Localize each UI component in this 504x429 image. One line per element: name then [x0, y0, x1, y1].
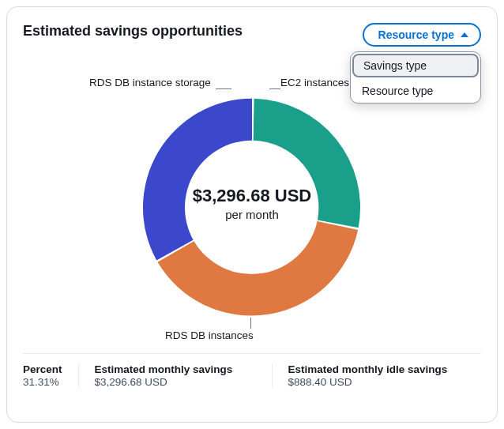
stat-percent-label: Percent — [23, 363, 62, 375]
savings-card: Estimated savings opportunities Resource… — [6, 6, 498, 423]
donut-center: $3,296.68 USD per month — [193, 186, 311, 221]
leader-rds-instances-v — [250, 318, 251, 329]
stat-savings-label: Estimated monthly savings — [95, 363, 256, 375]
resource-type-dropdown-button[interactable]: Resource type — [363, 23, 481, 47]
center-sub: per month — [193, 208, 311, 221]
stat-percent-value: 31.31% — [23, 376, 62, 388]
caret-up-icon — [461, 32, 468, 37]
leader-rds-storage — [216, 88, 231, 89]
view-switcher: Resource type Savings type Resource type — [363, 23, 481, 47]
stat-savings-value: $3,296.68 USD — [95, 376, 256, 388]
stat-idle-value: $888.40 USD — [288, 376, 465, 388]
stat-idle: Estimated monthly idle savings $888.40 U… — [272, 363, 481, 388]
dropdown-label: Resource type — [378, 28, 454, 41]
label-rds-storage: RDS DB instance storage — [89, 77, 211, 88]
label-ec2: EC2 instances — [280, 77, 349, 88]
leader-ec2 — [269, 88, 280, 89]
stats-footer: Percent 31.31% Estimated monthly savings… — [23, 353, 481, 388]
stat-savings: Estimated monthly savings $3,296.68 USD — [78, 363, 272, 388]
stat-percent: Percent 31.31% — [23, 363, 78, 388]
label-rds-instances: RDS DB instances — [165, 329, 254, 341]
stat-idle-label: Estimated monthly idle savings — [288, 363, 465, 375]
segment-rds-storage[interactable] — [143, 99, 252, 261]
menu-item-savings-type[interactable]: Savings type — [352, 54, 479, 77]
menu-item-resource-type[interactable]: Resource type — [351, 79, 480, 103]
card-header: Estimated savings opportunities Resource… — [23, 23, 481, 47]
dropdown-menu: Savings type Resource type — [350, 51, 481, 103]
card-title: Estimated savings opportunities — [23, 23, 243, 40]
center-amount: $3,296.68 USD — [193, 186, 311, 206]
